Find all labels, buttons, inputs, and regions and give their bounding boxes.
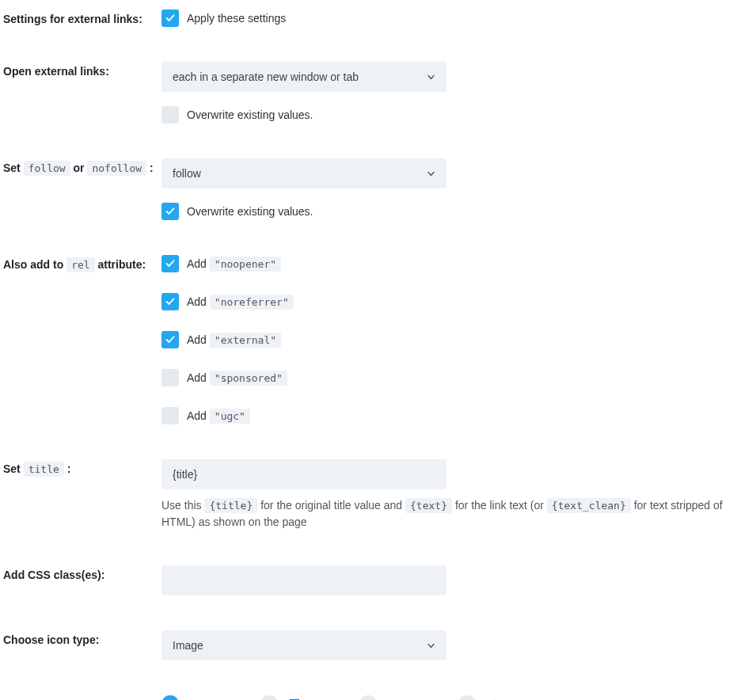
- title-help-text: Use this {title} for the original title …: [161, 497, 753, 531]
- rel-checkbox-external[interactable]: [161, 331, 179, 348]
- follow-overwrite-checkbox[interactable]: [161, 203, 179, 220]
- css-class-input[interactable]: [161, 565, 446, 595]
- title-input[interactable]: [161, 459, 446, 489]
- rel-checkbox-noopener[interactable]: [161, 255, 179, 272]
- icon-image-radio[interactable]: [359, 695, 377, 700]
- icon-image-radio[interactable]: [458, 695, 476, 700]
- open-external-links-select[interactable]: each in a separate new window or tab: [161, 62, 446, 92]
- rel-checkbox-sponsored[interactable]: [161, 369, 179, 386]
- check-icon: [165, 297, 175, 306]
- rel-label: Add "ugc": [187, 409, 250, 422]
- rel-label: Add "sponsored": [187, 371, 287, 384]
- icon-type-select[interactable]: Image: [161, 630, 446, 660]
- rel-checkbox-ugc[interactable]: [161, 407, 179, 424]
- follow-select[interactable]: follow: [161, 158, 446, 188]
- icon-type-label: Choose icon type:: [3, 630, 161, 646]
- rel-label: Add "noopener": [187, 257, 281, 270]
- check-icon: [165, 259, 175, 268]
- apply-settings-label: Apply these settings: [187, 12, 286, 25]
- check-icon: [165, 335, 175, 344]
- icon-image-radio[interactable]: [161, 695, 179, 700]
- chevron-down-icon: [427, 169, 435, 178]
- icon-image-label: Choose icon image:: [3, 695, 161, 700]
- follow-overwrite-label: Overwrite existing values.: [187, 205, 313, 218]
- icon-image-option-1[interactable]: [161, 695, 260, 700]
- follow-select-value: follow: [173, 167, 201, 180]
- css-class-label: Add CSS class(es):: [3, 565, 161, 581]
- settings-for-external-links-label: Settings for external links:: [3, 10, 161, 25]
- rel-label: Add "noreferrer": [187, 295, 294, 308]
- icon-image-option-3[interactable]: [359, 695, 458, 700]
- icon-image-radio[interactable]: [260, 695, 278, 700]
- rel-attribute-label: Also add to rel attribute:: [3, 255, 161, 271]
- chevron-down-icon: [427, 73, 435, 82]
- open-external-links-label: Open external links:: [3, 62, 161, 78]
- icon-type-value: Image: [173, 639, 203, 652]
- set-title-label: Set title :: [3, 459, 161, 475]
- icon-image-option-2[interactable]: [260, 695, 359, 700]
- check-icon: [165, 13, 175, 23]
- set-follow-label: Set follow or nofollow :: [3, 158, 161, 174]
- rel-label: Add "external": [187, 333, 281, 346]
- chevron-down-icon: [427, 641, 435, 650]
- check-icon: [165, 207, 175, 216]
- open-overwrite-checkbox[interactable]: [161, 106, 179, 124]
- open-overwrite-label: Overwrite existing values.: [187, 108, 313, 121]
- icon-image-option-4[interactable]: [458, 695, 557, 700]
- apply-settings-checkbox[interactable]: [161, 10, 179, 27]
- open-external-links-value: each in a separate new window or tab: [173, 70, 359, 83]
- rel-checkbox-noreferrer[interactable]: [161, 293, 179, 310]
